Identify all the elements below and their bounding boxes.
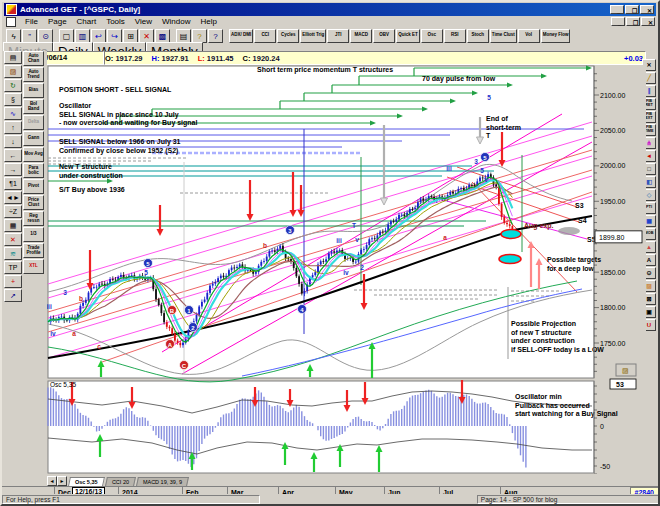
elliott-wave-icon[interactable]: ∿ [4, 107, 22, 120]
open-chart-icon[interactable]: ▤ [4, 51, 22, 64]
mob-icon[interactable]: ≋ [4, 247, 22, 260]
menu-chart[interactable]: Chart [72, 17, 102, 26]
arrow-up-icon[interactable]: ↑ [4, 121, 22, 134]
tool-1-3[interactable]: 1/3 [23, 227, 44, 242]
indicator-nav-right-button[interactable]: ► [57, 476, 67, 486]
study-icon[interactable]: § [4, 93, 22, 106]
pointer-tool-icon[interactable]: ϟ [6, 29, 21, 43]
study-money-flow[interactable]: Money Flow [541, 29, 571, 43]
tool-delta[interactable]: Delta [23, 115, 44, 130]
ohlc-h: H: 1927.91 [152, 54, 189, 63]
back-icon[interactable]: ↩ [91, 29, 106, 43]
zoom-divide-icon[interactable]: ÷Z [4, 205, 22, 218]
quote-tool-icon[interactable]: ” [22, 29, 37, 43]
study-stoch[interactable]: Stoch [467, 29, 489, 43]
tool-price-clust[interactable]: Price Clust [23, 195, 44, 210]
menu-window[interactable]: Window [157, 17, 195, 26]
svg-text:start watching for a Buy Signa: start watching for a Buy Signal [515, 410, 618, 418]
app-window: Advanced GET - [^GSPC, Daily] _ ❐ ✕ File… [0, 0, 660, 506]
crosshair-icon[interactable]: + [4, 275, 22, 288]
tool-gann[interactable]: Gann [23, 131, 44, 146]
title-bar: Advanced GET - [^GSPC, Daily] _ ❐ ✕ [4, 3, 656, 16]
arrow-left-icon[interactable]: ← [4, 149, 22, 162]
save-chart-icon[interactable]: ▥ [75, 29, 90, 43]
forward-icon[interactable]: ↪ [107, 29, 122, 43]
left-tool-palette: ▤▨↻§∿↑↓←→¶1◄►÷Z▦✕≋TP+↗ Auto ChanAuto Tre… [3, 51, 47, 471]
arrow-right-icon[interactable]: → [4, 163, 22, 176]
new-chart-icon[interactable]: ▢ [59, 29, 74, 43]
tool-trade-profile[interactable]: Trade Profile [23, 243, 44, 258]
tool-reg-ressn[interactable]: Reg ressn [23, 211, 44, 226]
tool-para-bolic[interactable]: Para bolic [23, 163, 44, 178]
paste-chart-icon[interactable]: ▩ [155, 29, 170, 43]
study-macd[interactable]: MACD [350, 29, 372, 43]
svg-text:short-term: short-term [486, 124, 521, 131]
print-icon[interactable]: ▤ [176, 29, 191, 43]
svg-text:a: a [443, 234, 447, 241]
svg-text:1800.00: 1800.00 [600, 304, 625, 311]
svg-text:53: 53 [616, 381, 624, 388]
expand-horizontal-icon[interactable]: ◄► [4, 191, 22, 204]
menu-file[interactable]: File [20, 17, 43, 26]
study-osc[interactable]: Osc [421, 29, 443, 43]
help-icon[interactable]: ? [192, 29, 207, 43]
study-elliott-trig[interactable]: Elliott Trig [300, 29, 326, 43]
mdi-restore-button[interactable]: ❐ [626, 17, 640, 26]
svg-text:0: 0 [600, 423, 604, 430]
remove-lines-icon[interactable]: ✕ [4, 233, 22, 246]
study-cycles[interactable]: Cycles [277, 29, 299, 43]
mdi-minimize-button[interactable]: _ [611, 17, 625, 26]
tool-bias[interactable]: Bias [23, 83, 44, 98]
study-cci[interactable]: CCI [254, 29, 276, 43]
tool-mov-avg[interactable]: Mov Avg [23, 147, 44, 162]
svg-text:iii: iii [446, 165, 452, 172]
delete-icon[interactable]: ✕ [139, 29, 154, 43]
study-jti[interactable]: JTI [327, 29, 349, 43]
svg-text:▨: ▨ [622, 367, 629, 374]
grid-icon[interactable]: ▦ [4, 219, 22, 232]
main-chart-canvas[interactable]: 531245BAC3biiiivac5bTiiiviv2aiii35v5Osc … [47, 65, 646, 474]
study-time-clust[interactable]: Time Clust [490, 29, 517, 43]
info-bar: 08/06/14 O: 1917.29H: 1927.91L: 1911.45C… [34, 51, 646, 65]
study-adx-dmi[interactable]: ADX/ DMI [229, 29, 253, 43]
study-rsi[interactable]: RSI [444, 29, 466, 43]
indicator-nav-left-button[interactable]: ◄ [47, 476, 57, 486]
tool-auto-chan[interactable]: Auto Chan [23, 51, 44, 66]
menu-help[interactable]: Help [195, 17, 221, 26]
svg-text:1950.00: 1950.00 [600, 198, 625, 205]
indicator-tab-macd-19-39-9[interactable]: MACD 19, 39, 9 [136, 477, 189, 486]
study-vol[interactable]: Vol [518, 29, 540, 43]
indicator-tab-osc-5-35[interactable]: Osc 5,35 [68, 477, 105, 486]
indicator-tab-cci-20[interactable]: CCI 20 [105, 477, 136, 486]
svg-text:B: B [170, 308, 175, 314]
menu-tools[interactable]: Tools [101, 17, 130, 26]
color-settings-icon[interactable]: ▨ [4, 65, 22, 78]
svg-text:SELL SIGNAL below 1966 on July: SELL SIGNAL below 1966 on July 31 [59, 138, 181, 146]
close-button[interactable]: ✕ [640, 5, 654, 14]
indicator-tabs: ◄►Osc 5,35CCI 20MACD 19, 39, 9 [47, 474, 642, 486]
menu-page[interactable]: Page [43, 17, 72, 26]
zoom-tool-icon[interactable]: ⊙ [38, 29, 53, 43]
svg-text:S/T Buy above 1936: S/T Buy above 1936 [59, 186, 125, 194]
minimize-button[interactable]: _ [610, 5, 624, 14]
copy-icon[interactable]: ⊞ [123, 29, 138, 43]
context-help-icon[interactable]: ? [208, 29, 223, 43]
time-price-icon[interactable]: TP [4, 261, 22, 274]
arrow-down-icon[interactable]: ↓ [4, 135, 22, 148]
mdi-close-button[interactable]: ✕ [641, 17, 655, 26]
reset-icon[interactable]: ↻ [4, 79, 22, 92]
menu-view[interactable]: View [130, 17, 157, 26]
page-one-icon[interactable]: ¶1 [4, 177, 22, 190]
study-obv[interactable]: OBV [373, 29, 395, 43]
maximize-button[interactable]: ❐ [625, 5, 639, 14]
tool-xtl[interactable]: XTL [23, 259, 44, 274]
tool-pivot[interactable]: Pivot [23, 179, 44, 194]
send-icon[interactable]: ↗ [4, 289, 22, 302]
svg-text:2: 2 [360, 264, 364, 271]
tool-bol-band[interactable]: Bol Band [23, 99, 44, 114]
study-quick-et[interactable]: Quick ET [396, 29, 420, 43]
tool-auto-trend[interactable]: Auto Trend [23, 67, 44, 82]
status-bar: For Help, press F1 Page: 14 - SP 500 for… [2, 494, 660, 504]
svg-text:T: T [352, 222, 356, 229]
svg-text:v: v [484, 176, 488, 183]
